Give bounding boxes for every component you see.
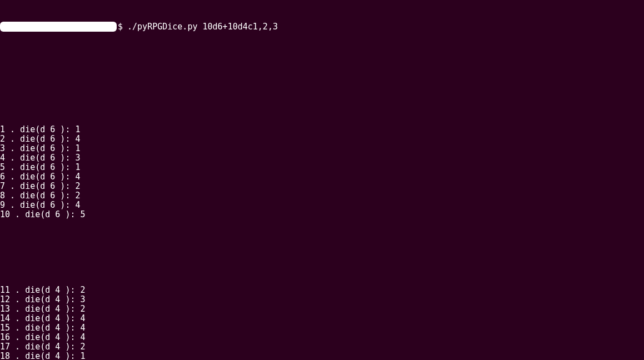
die-roll-line: 18 . die(d 4 ): 1 (0, 352, 644, 360)
die-roll-line: 14 . die(d 4 ): 4 (0, 314, 644, 323)
terminal-window[interactable]: $ ./pyRPGDice.py 10d6+10d4c1,2,3 1 . die… (0, 0, 644, 360)
die-roll-line: 9 . die(d 6 ): 4 (0, 201, 644, 210)
die-roll-line: 12 . die(d 4 ): 3 (0, 295, 644, 304)
die-roll-line: 1 . die(d 6 ): 1 (0, 125, 644, 134)
redacted-user-host (0, 22, 117, 32)
die-roll-line: 17 . die(d 4 ): 2 (0, 342, 644, 352)
die-roll-line: 3 . die(d 6 ): 1 (0, 144, 644, 153)
d6-rolls-block: 1 . die(d 6 ): 12 . die(d 6 ): 43 . die(… (0, 125, 644, 219)
die-roll-line: 15 . die(d 4 ): 4 (0, 323, 644, 333)
command-text: ./pyRPGDice.py 10d6+10d4c1,2,3 (127, 22, 278, 32)
blank-line (0, 58, 644, 68)
die-roll-line: 4 . die(d 6 ): 3 (0, 153, 644, 163)
die-roll-line: 8 . die(d 6 ): 2 (0, 191, 644, 201)
die-roll-line: 6 . die(d 6 ): 4 (0, 172, 644, 182)
blank-line (0, 248, 644, 257)
prompt-symbol: $ (118, 22, 123, 32)
prompt-line-top: $ ./pyRPGDice.py 10d6+10d4c1,2,3 (0, 19, 644, 30)
die-roll-line: 2 . die(d 6 ): 4 (0, 134, 644, 144)
die-roll-line: 11 . die(d 4 ): 2 (0, 286, 644, 295)
die-roll-line: 13 . die(d 4 ): 2 (0, 304, 644, 314)
die-roll-line: 7 . die(d 6 ): 2 (0, 182, 644, 191)
die-roll-line: 16 . die(d 4 ): 4 (0, 333, 644, 342)
blank-line (0, 87, 644, 97)
d4-rolls-block: 11 . die(d 4 ): 212 . die(d 4 ): 313 . d… (0, 286, 644, 360)
die-roll-line: 5 . die(d 6 ): 1 (0, 163, 644, 172)
die-roll-line: 10 . die(d 6 ): 5 (0, 210, 644, 219)
